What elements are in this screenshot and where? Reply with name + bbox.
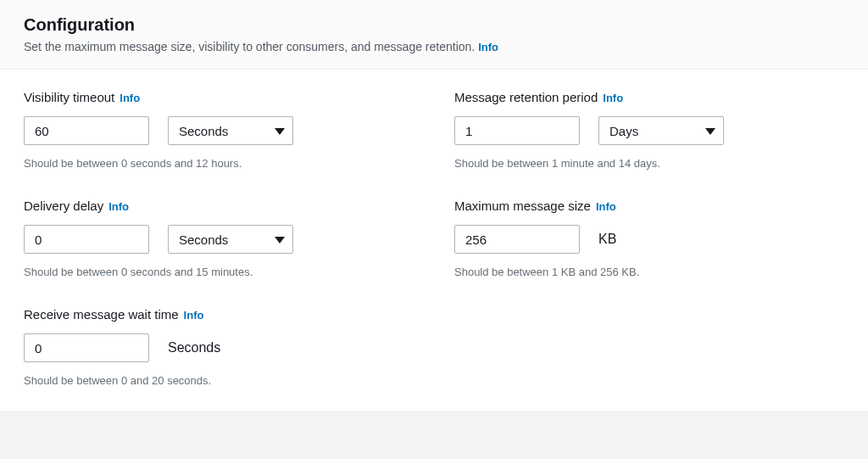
field-row: Seconds (24, 333, 414, 362)
maxsize-value-input[interactable] (454, 225, 580, 254)
maxsize-info-link[interactable]: Info (596, 200, 616, 213)
waittime-helper-text: Should be between 0 and 20 seconds. (24, 374, 414, 387)
delay-info-link[interactable]: Info (108, 200, 129, 213)
field-row: Seconds (24, 116, 414, 145)
waittime-value-input[interactable] (24, 333, 149, 362)
delivery-delay-field: Delivery delay Info Seconds Should be be… (24, 199, 414, 278)
waittime-info-link[interactable]: Info (184, 309, 204, 322)
configuration-panel: Configuration Set the maximum message si… (0, 0, 868, 411)
delay-label: Delivery delay (24, 199, 103, 213)
field-row: Seconds (24, 225, 414, 254)
field-label: Maximum message size Info (454, 199, 844, 213)
maxsize-helper-text: Should be between 1 KB and 256 KB. (454, 266, 844, 278)
select-box[interactable]: Days (598, 116, 724, 145)
retention-unit-select[interactable]: Days (598, 116, 724, 145)
visibility-timeout-label: Visibility timeout (24, 90, 114, 104)
delay-helper-text: Should be between 0 seconds and 15 minut… (24, 266, 414, 278)
panel-body: Visibility timeout Info Seconds Should b… (0, 70, 868, 411)
empty-cell (454, 307, 844, 387)
field-label: Delivery delay Info (24, 199, 414, 213)
field-label: Message retention period Info (454, 90, 844, 104)
retention-period-field: Message retention period Info Days Shoul… (454, 90, 844, 170)
waittime-label: Receive message wait time (24, 307, 179, 322)
wait-time-field: Receive message wait time Info Seconds S… (24, 307, 414, 387)
header-info-link[interactable]: Info (478, 41, 498, 53)
delay-unit-select[interactable]: Seconds (168, 225, 293, 254)
visibility-helper-text: Should be between 0 seconds and 12 hours… (24, 157, 414, 170)
retention-label: Message retention period (454, 90, 598, 104)
panel-description-text: Set the maximum message size, visibility… (24, 40, 475, 53)
retention-helper-text: Should be between 1 minute and 14 days. (454, 157, 844, 170)
visibility-value-input[interactable] (24, 116, 149, 145)
max-size-field: Maximum message size Info KB Should be b… (454, 199, 844, 278)
visibility-unit-selected: Seconds (179, 124, 228, 138)
panel-title: Configuration (24, 15, 844, 35)
retention-info-link[interactable]: Info (603, 92, 623, 104)
delay-value-input[interactable] (24, 225, 149, 254)
select-box[interactable]: Seconds (168, 225, 293, 254)
waittime-unit-label: Seconds (168, 340, 220, 355)
field-row: KB (454, 225, 844, 254)
panel-header: Configuration Set the maximum message si… (0, 0, 868, 70)
field-label: Visibility timeout Info (24, 90, 414, 104)
field-label: Receive message wait time Info (24, 307, 414, 322)
retention-value-input[interactable] (454, 116, 580, 145)
visibility-unit-select[interactable]: Seconds (168, 116, 293, 145)
retention-unit-selected: Days (609, 124, 638, 138)
field-row: Days (454, 116, 844, 145)
select-box[interactable]: Seconds (168, 116, 293, 145)
visibility-info-link[interactable]: Info (120, 92, 140, 104)
maxsize-label: Maximum message size (454, 199, 591, 213)
maxsize-unit-label: KB (598, 232, 616, 247)
fields-grid: Visibility timeout Info Seconds Should b… (24, 90, 844, 387)
panel-description: Set the maximum message size, visibility… (24, 40, 844, 53)
delay-unit-selected: Seconds (179, 232, 228, 247)
visibility-timeout-field: Visibility timeout Info Seconds Should b… (24, 90, 414, 170)
